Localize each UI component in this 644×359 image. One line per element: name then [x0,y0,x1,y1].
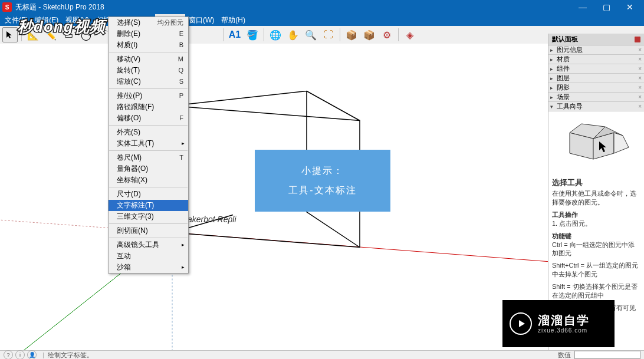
pin-icon[interactable] [635,37,640,42]
close-icon[interactable]: × [638,103,642,110]
panel-header[interactable]: 默认面板 [548,34,644,45]
menu-file[interactable]: 文件(F) [1,14,31,27]
hint-line1: 小提示： [265,165,380,177]
status-text: 绘制文字标签。 [48,351,93,360]
hint-line2: 工具-文本标注 [265,185,380,197]
minimize-button[interactable]: — [571,0,594,14]
menu-item-advcamera[interactable]: 高级镜头工具▸ [109,239,188,251]
close-icon[interactable]: × [638,56,642,62]
menubar: 文件(F) 编辑(E) 视图(V) 相机(C) 绘图(R) 工具(T) 窗口(W… [0,14,644,26]
status-icon[interactable]: 👤 [27,350,37,359]
tool-icon[interactable]: 📐 [25,27,41,42]
orbit-tool-icon[interactable]: 🌐 [268,27,283,42]
toolbar-sep [340,28,340,41]
panel-row-entityinfo[interactable]: 图元信息× [548,45,644,55]
instructor-illustration [552,115,640,174]
instructor-title: 选择工具 [552,177,640,188]
panel-row-shadows[interactable]: 阴影× [548,83,644,93]
zoom-tool-icon[interactable]: 🔍 [303,27,318,42]
close-icon[interactable]: × [638,47,642,53]
zixue-title: 溜溜自学 [538,313,590,327]
extension-icon[interactable]: ⚙ [379,27,395,42]
panel-row-materials[interactable]: 材质× [548,55,644,64]
zoom-extents-icon[interactable]: ⛶ [321,27,336,42]
menu-window[interactable]: 窗口(W) [185,14,218,27]
text-tool-icon[interactable]: A1 [227,27,242,42]
menu-item-outershell[interactable]: 外壳(S) [109,127,188,138]
tool-icon[interactable]: ▭ [61,27,76,42]
app-icon: S [2,2,12,12]
status-icon[interactable]: ? [4,350,13,359]
menu-item-interact[interactable]: 互动 [109,251,188,262]
menu-item-3dtext[interactable]: 三维文字(3) [109,211,188,222]
layout-icon[interactable]: ◈ [402,27,418,42]
menu-item-move[interactable]: 移动(V)M [109,54,188,65]
instructor-keys-1: Ctrl = 向一组选定的图元中添加图元 [552,241,640,258]
tools-menu-dropdown: 选择(S)均分图元 删除(E)E 材质(I)B 移动(V)M 旋转(T)Q 缩放… [108,17,189,274]
close-icon[interactable]: × [638,75,642,81]
maximize-button[interactable]: ▢ [594,0,618,14]
close-button[interactable]: ✕ [618,0,642,14]
hint-overlay: 小提示： 工具-文本标注 [255,150,390,212]
instructor-ops-1: 1. 点击图元。 [552,219,640,228]
menu-item-solidtools[interactable]: 实体工具(T)▸ [109,138,188,149]
tool-icon[interactable]: ✏️ [43,27,58,42]
pan-tool-icon[interactable]: ✋ [285,27,301,42]
instructor-desc: 在使用其他工具或命令时，选择要修改的图元。 [552,189,640,207]
instructor-keys-3: Shift = 切换选择某个图元是否在选定的图元组中 [552,282,640,300]
close-icon[interactable]: × [638,94,642,100]
toolbar-sep [223,28,224,41]
paint-tool-icon[interactable]: 🪣 [245,27,260,42]
menu-item-rotate[interactable]: 旋转(T)Q [109,65,188,76]
panel-header-label: 默认面板 [552,35,578,44]
menu-view[interactable]: 视图(V) [62,14,93,27]
menu-edit[interactable]: 编辑(E) [31,14,62,27]
statusbar: ? i 👤 | 绘制文字标签。 数值 [0,350,644,359]
status-icon[interactable]: i [15,350,25,359]
menu-item-tapemeasure[interactable]: 卷尺(M)T [109,152,188,163]
instructor-keys-title: 功能键 [552,232,640,241]
menu-item-axes[interactable]: 坐标轴(X) [109,174,188,186]
menu-item-scale[interactable]: 缩放(C)S [109,76,188,87]
model-callout-text: akerbot Repli [188,215,236,224]
menu-item-pushpull[interactable]: 推/拉(P)P [109,90,188,101]
menu-item-protractor[interactable]: 量角器(O) [109,163,188,174]
toolbar-sep [264,28,264,41]
instructor-keys-2: Shift+Ctrl = 从一组选定的图元中去掉某个图元 [552,261,640,279]
measure-label: 数值 [558,351,571,360]
panel-row-instructor[interactable]: 工具向导× [548,102,644,111]
panel-row-scenes[interactable]: 场景× [548,93,644,102]
tool-icon[interactable]: ◯ [78,27,94,42]
panel-row-components[interactable]: 组件× [548,64,644,74]
menu-item-section[interactable]: 剖切面(N) [109,225,188,236]
warehouse-icon[interactable]: 📦 [362,27,377,42]
menu-item-offset[interactable]: 偏移(O)F [109,113,188,124]
play-icon [510,312,532,335]
toolbar-sep [21,28,22,41]
zixue-watermark: 溜溜自学 zixue.3d66.com [502,300,615,347]
warehouse-icon[interactable]: 📦 [344,27,359,42]
toolbar-sep [398,28,399,41]
menu-item-erase[interactable]: 删除(E)E [109,28,188,39]
menu-help[interactable]: 帮助(H) [218,14,249,27]
close-icon[interactable]: × [638,65,642,72]
panel-row-layers[interactable]: 图层× [548,74,644,83]
svg-marker-9 [614,133,629,153]
menu-item-material[interactable]: 材质(I)B [109,39,188,51]
menu-item-dimensions[interactable]: 尺寸(D) [109,189,188,200]
measure-input[interactable] [574,351,640,359]
menu-item-sandbox[interactable]: 沙箱▸ [109,262,188,273]
zixue-url: zixue.3d66.com [538,327,590,334]
titlebar: S 无标题 - SketchUp Pro 2018 — ▢ ✕ [0,0,644,14]
close-icon[interactable]: × [638,84,642,91]
select-tool-icon[interactable] [2,27,18,42]
menu-item-text[interactable]: 文字标注(T) [109,200,188,211]
menu-item-followme[interactable]: 路径跟随(F) [109,101,188,113]
window-title: 无标题 - SketchUp Pro 2018 [15,2,104,12]
instructor-ops-title: 工具操作 [552,210,640,219]
menu-item-select[interactable]: 选择(S)均分图元 [109,17,188,28]
